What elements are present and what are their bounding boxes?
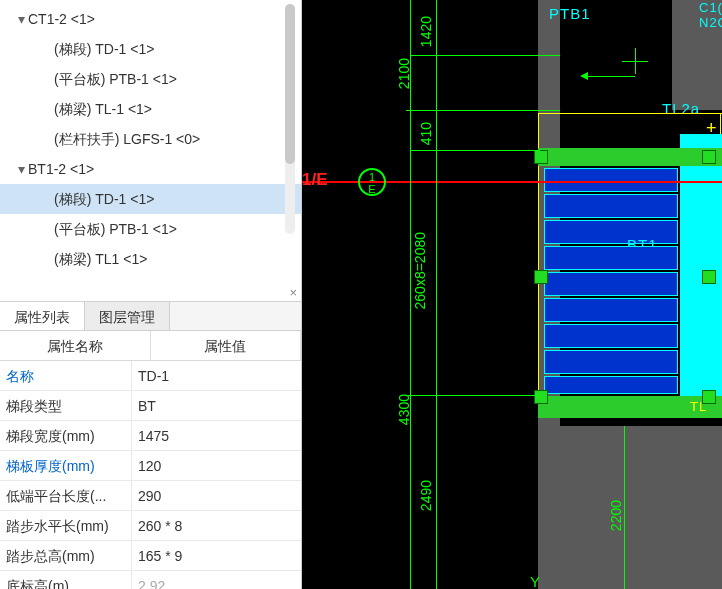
label-topright: C1( N2C (699, 0, 722, 30)
property-rows: 名称TD-1 梯段类型BT 梯段宽度(mm)1475 梯板厚度(mm)120 低… (0, 361, 301, 589)
tab-layers[interactable]: 图层管理 (85, 302, 170, 330)
header-value: 属性值 (151, 331, 302, 360)
property-tabs: 属性列表 图层管理 (0, 301, 301, 331)
dim-2100: 2100 (396, 58, 412, 89)
property-header: 属性名称 属性值 (0, 331, 301, 361)
tree-scroll-thumb[interactable] (285, 4, 295, 164)
tree-scrollbar[interactable] (285, 4, 295, 234)
grip-handle[interactable] (702, 390, 716, 404)
ext-line (410, 150, 540, 151)
arrow-left-icon (580, 72, 588, 80)
outline-top-h (538, 113, 722, 114)
tree-item-lgfs-1[interactable]: (栏杆扶手) LGFS-1 <0> (0, 124, 301, 154)
slab-lower (538, 426, 722, 589)
tree-item-ptb-1-b[interactable]: (平台板) PTB-1 <1> (0, 214, 301, 244)
dim-260x8: 260x8=2080 (412, 232, 428, 309)
tree-item-td-1-selected[interactable]: (梯段) TD-1 <1> (0, 184, 301, 214)
axis-y-label: Y (530, 573, 541, 589)
tread (544, 376, 678, 394)
pane-splitter[interactable]: × (0, 285, 301, 301)
axis-tag: 1/E (302, 170, 328, 190)
grip-handle[interactable] (534, 150, 548, 164)
tree-item-td-1[interactable]: (梯段) TD-1 <1> (0, 34, 301, 64)
axis-bubble: 1 E (358, 168, 386, 196)
grip-handle[interactable] (534, 270, 548, 284)
dim-2200: 2200 (608, 500, 624, 531)
ext-line (410, 55, 560, 56)
fill-top (538, 148, 722, 166)
prop-row-low-plat[interactable]: 低端平台长度(...290 (0, 481, 301, 511)
dim-1420: 1420 (418, 16, 434, 47)
dim-4300: 4300 (396, 394, 412, 425)
tab-properties[interactable]: 属性列表 (0, 302, 85, 330)
label-ptb1: PTB1 (549, 5, 591, 22)
tread (544, 246, 678, 270)
prop-row-width[interactable]: 梯段宽度(mm)1475 (0, 421, 301, 451)
north-arrow-h (622, 61, 648, 62)
component-tree[interactable]: ▾CT1-2 <1> (梯段) TD-1 <1> (平台板) PTB-1 <1>… (0, 0, 301, 285)
prop-row-thickness[interactable]: 梯板厚度(mm)120 (0, 451, 301, 481)
label-tl2a: TL2a (662, 100, 700, 117)
prop-row-tread-h[interactable]: 踏步总高(mm)165 * 9 (0, 541, 301, 571)
tree-item-tl-1[interactable]: (梯梁) TL-1 <1> (0, 94, 301, 124)
ext-line (410, 395, 540, 396)
chevron-down-icon: ▾ (14, 4, 28, 34)
tread (544, 194, 678, 218)
dim-chain-3 (624, 426, 625, 589)
tread (544, 298, 678, 322)
dim-410: 410 (418, 122, 434, 145)
north-arrow-underline (585, 76, 635, 77)
tread (544, 168, 678, 192)
grip-handle[interactable] (702, 270, 716, 284)
prop-row-base-elev[interactable]: 底标高(m)2.92 (0, 571, 301, 589)
app-root: ▾CT1-2 <1> (梯段) TD-1 <1> (平台板) PTB-1 <1>… (0, 0, 722, 589)
dim-2490: 2490 (418, 480, 434, 511)
left-pane: ▾CT1-2 <1> (梯段) TD-1 <1> (平台板) PTB-1 <1>… (0, 0, 302, 589)
prop-row-tread-len[interactable]: 踏步水平长(mm)260 * 8 (0, 511, 301, 541)
tread (544, 324, 678, 348)
ext-line (410, 110, 560, 111)
grip-handle[interactable] (534, 390, 548, 404)
cad-viewport[interactable]: PTB1 TL2a C1( N2C + TL BT1 (302, 0, 722, 589)
close-icon[interactable]: × (289, 285, 297, 300)
tree-item-ptb-1[interactable]: (平台板) PTB-1 <1> (0, 64, 301, 94)
tree-item-ct1-2[interactable]: ▾CT1-2 <1> (0, 4, 301, 34)
chevron-down-icon: ▾ (14, 154, 28, 184)
prop-row-type[interactable]: 梯段类型BT (0, 391, 301, 421)
tree-item-bt1-2[interactable]: ▾BT1-2 <1> (0, 154, 301, 184)
tree-item-tl1[interactable]: (梯梁) TL1 <1> (0, 244, 301, 274)
dim-chain-2 (436, 0, 437, 589)
tread (544, 350, 678, 374)
grip-handle[interactable] (702, 150, 716, 164)
prop-row-name[interactable]: 名称TD-1 (0, 361, 301, 391)
header-name: 属性名称 (0, 331, 151, 360)
plus-icon: + (706, 118, 718, 139)
tread (544, 220, 678, 244)
tread (544, 272, 678, 296)
